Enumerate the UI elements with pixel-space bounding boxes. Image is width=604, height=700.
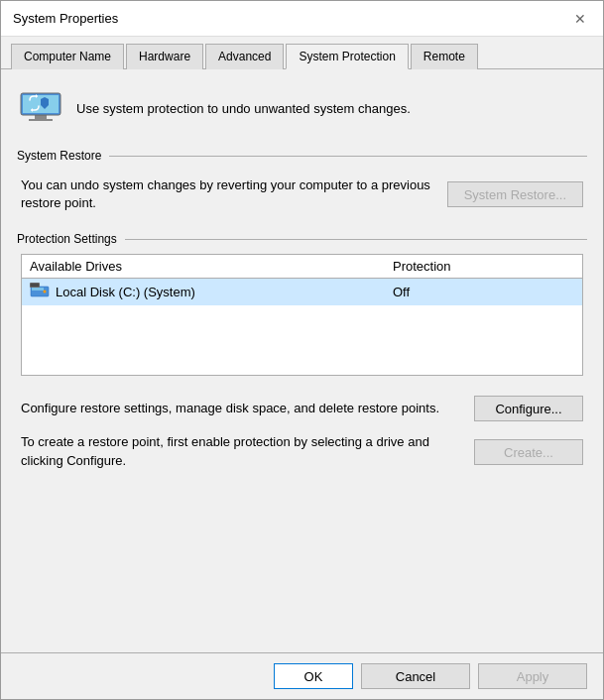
drives-table: Available Drives Protection bbox=[21, 254, 583, 376]
tab-bar: Computer Name Hardware Advanced System P… bbox=[1, 37, 603, 69]
header-section: Use system protection to undo unwanted s… bbox=[17, 85, 587, 133]
system-restore-button[interactable]: System Restore... bbox=[447, 181, 583, 207]
protection-settings-title: Protection Settings bbox=[17, 232, 587, 246]
configure-description: Configure restore settings, manage disk … bbox=[21, 400, 458, 417]
svg-rect-12 bbox=[31, 284, 39, 287]
system-restore-section: System Restore You can undo system chang… bbox=[17, 149, 587, 218]
tab-hardware[interactable]: Hardware bbox=[126, 44, 203, 69]
header-description: Use system protection to undo unwanted s… bbox=[76, 100, 411, 118]
tab-content: Use system protection to undo unwanted s… bbox=[1, 69, 603, 652]
protection-settings-section: Protection Settings Available Drives Pro… bbox=[17, 232, 587, 376]
dialog-footer: OK Cancel Apply bbox=[1, 652, 603, 699]
create-description: To create a restore point, first enable … bbox=[21, 433, 458, 469]
col-header-protection: Protection bbox=[393, 259, 574, 274]
tab-system-protection[interactable]: System Protection bbox=[286, 44, 408, 69]
table-empty-space bbox=[22, 305, 582, 375]
system-restore-description: You can undo system changes by reverting… bbox=[21, 176, 431, 212]
create-row: To create a restore point, first enable … bbox=[17, 427, 587, 475]
protection-status-cell: Off bbox=[393, 285, 574, 299]
col-header-drives: Available Drives bbox=[30, 259, 393, 274]
drive-name: Local Disk (C:) (System) bbox=[56, 285, 195, 299]
dialog-title: System Properties bbox=[13, 11, 118, 26]
ok-button[interactable]: OK bbox=[274, 663, 353, 689]
tab-computer-name[interactable]: Computer Name bbox=[11, 44, 124, 69]
tab-remote[interactable]: Remote bbox=[411, 44, 478, 69]
system-restore-title: System Restore bbox=[17, 149, 587, 163]
drive-icon bbox=[30, 283, 50, 301]
system-restore-row: You can undo system changes by reverting… bbox=[17, 171, 587, 218]
svg-rect-2 bbox=[29, 119, 53, 121]
table-header: Available Drives Protection bbox=[22, 255, 582, 279]
system-protection-icon bbox=[17, 85, 64, 133]
configure-row: Configure restore settings, manage disk … bbox=[17, 390, 587, 427]
configure-button[interactable]: Configure... bbox=[474, 396, 583, 421]
drive-name-cell: Local Disk (C:) (System) bbox=[30, 283, 393, 301]
title-bar: System Properties ✕ bbox=[1, 1, 603, 37]
cancel-button[interactable]: Cancel bbox=[361, 663, 470, 689]
create-button[interactable]: Create... bbox=[474, 439, 583, 465]
svg-rect-1 bbox=[35, 115, 47, 119]
close-button[interactable]: ✕ bbox=[569, 8, 591, 30]
apply-button[interactable]: Apply bbox=[478, 663, 587, 689]
system-properties-dialog: System Properties ✕ Computer Name Hardwa… bbox=[0, 0, 604, 700]
tab-advanced[interactable]: Advanced bbox=[205, 44, 284, 69]
svg-rect-9 bbox=[32, 288, 44, 291]
svg-point-10 bbox=[44, 291, 47, 293]
table-row[interactable]: Local Disk (C:) (System) Off bbox=[22, 279, 582, 305]
